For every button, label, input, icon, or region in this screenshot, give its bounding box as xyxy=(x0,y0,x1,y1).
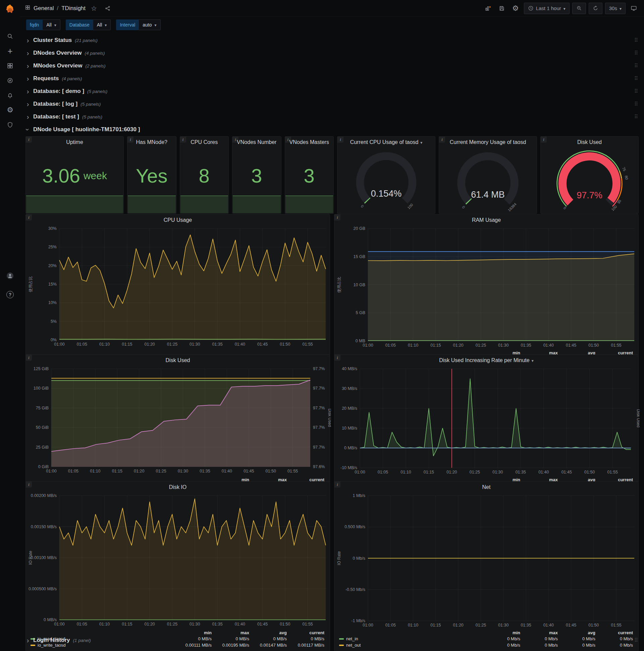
svg-text:01:00: 01:00 xyxy=(54,622,64,626)
drag-handle-icon[interactable] xyxy=(634,75,638,82)
panel-title[interactable]: Current Memory Usage of taosd xyxy=(439,136,537,148)
dashboard-settings-button[interactable] xyxy=(510,3,521,14)
drag-handle-icon[interactable] xyxy=(634,50,638,56)
drag-handle-icon[interactable] xyxy=(634,63,638,69)
ram-usage-chart[interactable]: 01:0001:0501:1001:1501:2001:2501:3001:35… xyxy=(334,226,638,350)
info-icon[interactable] xyxy=(26,482,32,488)
variable-database-value[interactable]: All xyxy=(93,20,111,30)
star-button[interactable] xyxy=(89,3,99,14)
chevron-down-icon xyxy=(25,127,31,132)
svg-text:01:05: 01:05 xyxy=(68,469,78,473)
row-header-dnode-usage[interactable]: DNode Usage [ huolinhe-TM1701:6030 ] xyxy=(26,123,639,135)
cycle-view-button[interactable] xyxy=(628,3,639,14)
info-icon[interactable] xyxy=(541,136,547,143)
info-icon[interactable] xyxy=(337,136,344,143)
info-icon[interactable] xyxy=(26,214,32,220)
time-range-label: Last 1 hour xyxy=(536,5,561,11)
info-icon[interactable] xyxy=(334,355,341,361)
info-icon[interactable] xyxy=(334,214,341,220)
memory-usage-gauge[interactable]: 01638461.4 MB xyxy=(439,148,537,213)
disk-io-chart[interactable]: 01:0001:0501:1001:1501:2001:2501:3001:35… xyxy=(26,493,330,630)
info-icon[interactable] xyxy=(439,136,445,143)
variable-interval-value[interactable]: auto xyxy=(139,20,160,30)
svg-text:01:35: 01:35 xyxy=(521,343,531,348)
panel-title[interactable]: RAM Usage xyxy=(334,214,638,226)
svg-text:01:00: 01:00 xyxy=(362,343,373,348)
explore-icon[interactable] xyxy=(3,73,17,88)
info-icon[interactable] xyxy=(232,136,238,143)
drag-handle-icon[interactable] xyxy=(634,637,638,643)
help-icon[interactable] xyxy=(3,287,17,302)
panel-title[interactable]: VNodes Number xyxy=(232,136,281,148)
panel-title[interactable]: CPU Cores xyxy=(180,136,229,148)
panel-title[interactable]: Net xyxy=(334,482,638,493)
svg-text:01:45: 01:45 xyxy=(566,623,576,627)
drag-handle-icon[interactable] xyxy=(634,88,638,94)
cpu-usage-gauge[interactable]: 01000.154% xyxy=(337,148,435,213)
panel-title[interactable]: Has MNode? xyxy=(127,136,176,148)
svg-text:01:45: 01:45 xyxy=(257,622,268,626)
svg-text:5 GB: 5 GB xyxy=(356,310,365,315)
row-title: Requests xyxy=(33,75,59,82)
zoom-out-button[interactable] xyxy=(572,3,586,14)
info-icon[interactable] xyxy=(26,136,32,143)
grafana-logo[interactable] xyxy=(4,3,16,16)
panel-title[interactable]: Disk Used xyxy=(26,355,330,366)
cpu-usage-chart[interactable]: 01:0001:0501:1001:1501:2001:2501:3001:35… xyxy=(26,226,330,356)
disk-used-chart[interactable]: 01:0001:0501:1001:1501:2001:2501:3001:35… xyxy=(26,366,330,477)
svg-text:15 GB: 15 GB xyxy=(354,254,365,259)
svg-text:01:30: 01:30 xyxy=(492,470,503,474)
info-icon[interactable] xyxy=(26,355,32,361)
disk-rate-chart[interactable]: 01:0001:0501:1001:1501:2001:2501:3001:35… xyxy=(334,366,638,477)
row-header-database-test[interactable]: Database: [ test ] (5 panels) xyxy=(26,111,639,123)
info-icon[interactable] xyxy=(334,482,341,488)
variable-database-label: Database xyxy=(66,20,93,30)
info-icon[interactable] xyxy=(180,136,186,143)
drag-handle-icon[interactable] xyxy=(634,101,638,107)
row-header-database-demo[interactable]: Database: [ demo ] (5 panels) xyxy=(26,85,639,97)
info-icon[interactable] xyxy=(285,136,291,143)
share-button[interactable] xyxy=(102,3,113,14)
drag-handle-icon[interactable] xyxy=(634,114,638,120)
breadcrumb-section[interactable]: General xyxy=(34,5,54,12)
avatar[interactable] xyxy=(3,269,17,283)
variable-fqdn-value[interactable]: All xyxy=(42,20,60,30)
svg-text:01:05: 01:05 xyxy=(385,343,396,348)
panel-title[interactable]: CPU Usage xyxy=(26,214,330,226)
row-header-dnodes-overview[interactable]: DNodes Overview (4 panels) xyxy=(26,47,639,59)
dashboards-icon[interactable] xyxy=(3,58,17,73)
breadcrumb-title[interactable]: TDinsight xyxy=(61,5,86,12)
refresh-button[interactable] xyxy=(589,3,603,14)
panel-title[interactable]: Disk Used Increasing Rate per Minute xyxy=(334,355,638,366)
settings-icon[interactable] xyxy=(3,103,17,118)
time-range-button[interactable]: Last 1 hour xyxy=(524,3,570,14)
svg-text:25%: 25% xyxy=(48,245,57,249)
row-header-database-log[interactable]: Database: [ log ] (5 panels) xyxy=(26,98,639,110)
row-header-mnodes-overview[interactable]: MNodes Overview (2 panels) xyxy=(26,60,639,72)
row-header-login-history[interactable]: Login History (1 panel) xyxy=(26,634,639,646)
info-icon[interactable] xyxy=(127,136,133,143)
svg-text:0 MB/s: 0 MB/s xyxy=(344,446,357,450)
chevron-down-icon xyxy=(532,358,534,364)
drag-handle-icon[interactable] xyxy=(634,37,638,43)
panel-title[interactable]: Disk Used xyxy=(541,136,638,148)
admin-shield-icon[interactable] xyxy=(3,118,17,132)
add-icon[interactable] xyxy=(3,43,17,58)
panel-title[interactable]: Uptime xyxy=(26,136,123,148)
svg-text:01:30: 01:30 xyxy=(498,343,509,348)
stats-row: Uptime 3.06 week Has MNode? Yes CPU Core… xyxy=(26,136,639,211)
panel-title[interactable]: Current CPU Usage of taosd xyxy=(337,136,435,148)
alerting-icon[interactable] xyxy=(3,88,17,103)
net-chart[interactable]: 01:0001:0501:1001:1501:2001:2501:3001:35… xyxy=(334,493,638,630)
row-header-requests[interactable]: Requests (4 panels) xyxy=(26,72,639,85)
row-header-cluster-status[interactable]: Cluster Status (21 panels) xyxy=(26,34,639,46)
refresh-interval-button[interactable]: 30s xyxy=(605,3,625,14)
save-button[interactable] xyxy=(496,3,507,14)
zoom-out-icon xyxy=(576,5,582,11)
disk-used-gauge[interactable]: 010075809597.7% xyxy=(541,148,638,213)
search-icon[interactable] xyxy=(3,29,17,43)
row-panel-count: (4 panels) xyxy=(85,51,105,56)
panel-title[interactable]: VNodes Masters xyxy=(285,136,334,148)
panel-title[interactable]: Disk IO xyxy=(26,482,330,493)
add-panel-button[interactable] xyxy=(482,3,494,14)
